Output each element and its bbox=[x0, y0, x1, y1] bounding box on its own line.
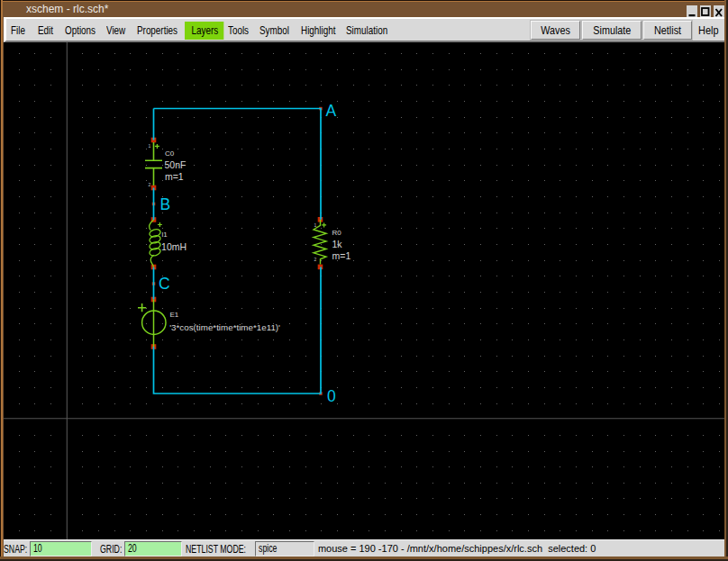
svg-text:1: 1 bbox=[314, 222, 317, 228]
svg-text:l1: l1 bbox=[162, 231, 168, 239]
svg-text:1: 1 bbox=[149, 143, 151, 149]
svg-text:C0: C0 bbox=[165, 149, 175, 158]
svg-text:1k: 1k bbox=[332, 239, 343, 249]
svg-text:2: 2 bbox=[314, 257, 317, 262]
svg-text:50nF: 50nF bbox=[165, 159, 187, 170]
svg-text:R0: R0 bbox=[332, 229, 342, 237]
svg-text:B: B bbox=[160, 195, 171, 213]
svg-text:m=1: m=1 bbox=[165, 171, 184, 182]
svg-text:'3*cos(time*time*time*1e11)': '3*cos(time*time*time*1e11)' bbox=[169, 322, 280, 332]
svg-text:A: A bbox=[326, 102, 337, 120]
svg-text:E1: E1 bbox=[170, 311, 179, 319]
svg-text:2: 2 bbox=[149, 182, 151, 187]
svg-text:C: C bbox=[159, 275, 170, 293]
svg-text:10mH: 10mH bbox=[161, 241, 187, 252]
svg-text:0: 0 bbox=[327, 387, 336, 405]
svg-text:m=1: m=1 bbox=[332, 250, 351, 261]
